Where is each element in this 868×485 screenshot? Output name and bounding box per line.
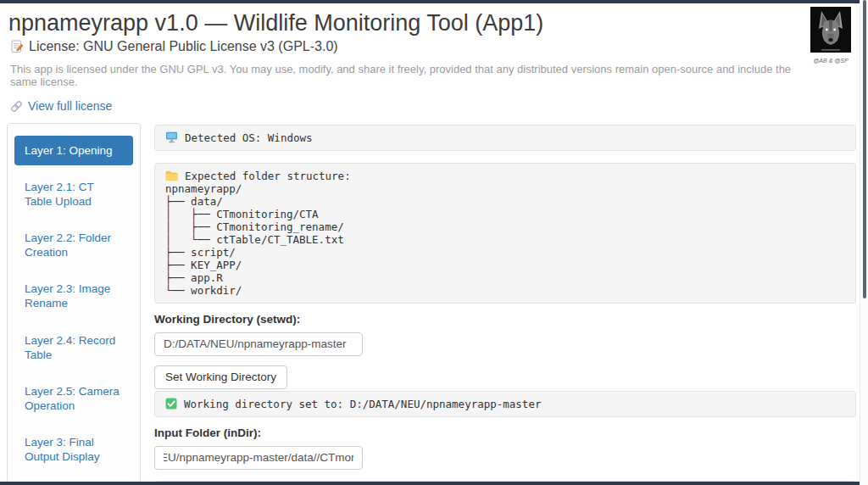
sidebar: Layer 1: Opening Layer 2.1: CT Table Upl… <box>7 123 141 485</box>
monitor-icon <box>165 131 178 143</box>
tree-line: │ ├── CTmonitoring_rename/ <box>165 220 845 233</box>
folder-icon <box>165 170 178 181</box>
dog-photo <box>810 41 851 55</box>
sidebar-item-layer2-5-camera-operation[interactable]: Layer 2.5: Camera Operation <box>14 376 133 421</box>
scrollbar-thumb[interactable] <box>863 0 866 298</box>
tree-line: npnameyrapp/ <box>165 182 845 195</box>
tree-line: │ └── ctTable/CT_TABLE.txt <box>165 233 845 246</box>
sidebar-item-layer2-4-record-table[interactable]: Layer 2.4: Record Table <box>14 326 133 370</box>
main-panel: Detected OS: Windows Expected folder str… <box>154 123 856 485</box>
view-full-license-link[interactable]: View full license <box>10 99 112 113</box>
sidebar-item-layer3-final-output[interactable]: Layer 3: Final Output Display <box>14 427 133 471</box>
tree-line: ├── app.R <box>165 271 845 284</box>
license-line-text: License: GNU General Public License v3 (… <box>29 39 338 54</box>
tree-line: │ ├── CTmonitoring/CTA <box>165 208 845 220</box>
tree-line: ├── KEY_APP/ <box>165 259 845 271</box>
tree-line: └── workdir/ <box>165 284 845 297</box>
working-directory-status-box: Working directory set to: D:/DATA/NEU/np… <box>154 391 856 417</box>
view-full-license-label: View full license <box>28 99 112 113</box>
license-paragraph: This app is licensed under the GNU GPL v… <box>10 63 809 88</box>
sidebar-item-layer2-2-folder-creation[interactable]: Layer 2.2: Folder Creation <box>14 223 133 267</box>
page-title: npnameyrapp v1.0 — Wildlife Monitoring T… <box>8 10 809 36</box>
folder-structure-title: Expected folder structure: <box>185 170 351 182</box>
input-folder-label: Input Folder (inDir): <box>154 426 856 440</box>
link-icon <box>10 100 23 113</box>
folder-structure-title-row: Expected folder structure: <box>165 170 845 182</box>
sidebar-item-layer2-3-image-rename[interactable]: Layer 2.3: Image Rename <box>14 274 133 318</box>
credit-caption: @AB & @SP <box>807 58 854 64</box>
bottom-frame-bar <box>0 482 868 485</box>
input-folder-input[interactable] <box>154 446 363 470</box>
detected-os-box: Detected OS: Windows <box>154 125 856 151</box>
working-directory-label: Working Directory (setwd): <box>154 312 856 326</box>
tree-line: ├── data/ <box>165 195 845 208</box>
app-window: npnameyrapp v1.0 — Wildlife Monitoring T… <box>0 0 868 485</box>
folder-structure-box: Expected folder structure: npnameyrapp/ … <box>154 163 856 304</box>
tree-line: ├── script/ <box>165 246 845 259</box>
content: Layer 1: Opening Layer 2.1: CT Table Upl… <box>0 123 868 485</box>
working-directory-input[interactable] <box>154 332 363 356</box>
check-icon <box>165 398 177 410</box>
detected-os-text: Detected OS: Windows <box>185 131 313 144</box>
vertical-scrollbar[interactable] <box>860 0 868 485</box>
top-frame-bar <box>0 0 868 3</box>
set-working-directory-button[interactable]: Set Working Directory <box>154 365 287 389</box>
header: npnameyrapp v1.0 — Wildlife Monitoring T… <box>0 0 868 116</box>
license-line: License: GNU General Public License v3 (… <box>10 39 809 54</box>
sidebar-item-layer2-1-ct-table-upload[interactable]: Layer 2.1: CT Table Upload <box>14 172 133 216</box>
memo-icon <box>10 40 24 53</box>
credit-block: @AB & @SP <box>807 7 854 64</box>
sidebar-item-layer1-opening[interactable]: Layer 1: Opening <box>14 136 133 165</box>
working-directory-status-text: Working directory set to: D:/DATA/NEU/np… <box>184 398 541 410</box>
